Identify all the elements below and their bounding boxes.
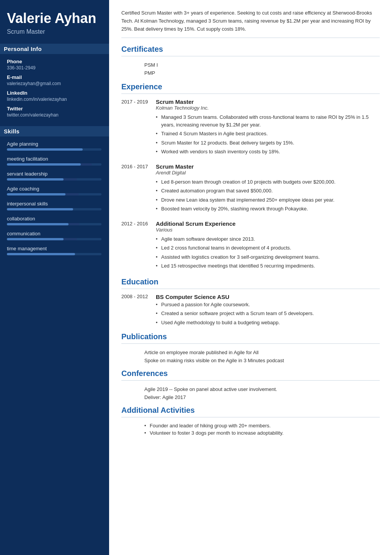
- edu-degree: BS Computer Science ASU: [156, 294, 314, 300]
- skill-item: interpersonal skills: [7, 201, 101, 210]
- skill-bar-fill: [7, 163, 81, 166]
- skills-list: Agile planning meeting facilitation serv…: [7, 141, 101, 255]
- skill-bar-fill: [7, 223, 69, 225]
- cert-list: PSM IPMP: [121, 61, 380, 77]
- conf-item: Deliver: Agile 2017: [144, 393, 380, 401]
- exp-bullets: Led 8-person team through creation of 10…: [156, 177, 380, 213]
- skill-bar-fill: [7, 178, 64, 181]
- skill-bar-bg: [7, 148, 101, 151]
- exp-bullet: Boosted team velocity by 20%, slashing r…: [156, 204, 380, 213]
- edu-entry: 2008 - 2012 BS Computer Science ASU Purs…: [121, 294, 380, 327]
- exp-bullet: Scrum Master for 12 products. Beat deliv…: [156, 138, 380, 148]
- skill-bar-bg: [7, 208, 101, 210]
- skill-bar-bg: [7, 238, 101, 240]
- conferences-divider: [121, 380, 380, 381]
- exp-bullet: Agile team software developer since 2013…: [156, 235, 380, 244]
- contact-list: Phone336-301-2949E-mailvaleriezayhan@gma…: [7, 59, 101, 118]
- contact-label: E-mail: [7, 74, 101, 80]
- exp-job-title: Additional Scrum Experience: [156, 220, 380, 227]
- contact-item: Phone336-301-2949: [7, 59, 101, 71]
- exp-date: 2016 - 2017: [121, 163, 149, 213]
- skill-item: communication: [7, 231, 101, 240]
- skill-bar-bg: [7, 223, 101, 225]
- exp-bullets: Managed 3 Scrum teams. Collaborated with…: [156, 113, 380, 156]
- skills-header: Skills: [0, 126, 109, 136]
- sidebar: Valerie Ayhan Scrum Master Personal Info…: [0, 0, 109, 555]
- exp-bullet: Led 8-person team through creation of 10…: [156, 177, 380, 187]
- conferences-title: Conferences: [121, 369, 380, 378]
- skill-bar-fill: [7, 148, 83, 151]
- candidate-name: Valerie Ayhan: [7, 11, 101, 26]
- skill-bar-bg: [7, 178, 101, 181]
- exp-company: Arendt Digital: [156, 170, 380, 176]
- contact-value: 336-301-2949: [7, 65, 101, 71]
- publications-list: Article on employee morale published in …: [121, 348, 380, 365]
- education-title: Education: [121, 278, 380, 286]
- edu-bullet: Pursued a passion for Agile coursework.: [156, 300, 314, 309]
- skill-label: servant leadership: [7, 171, 101, 177]
- skill-bar-fill: [7, 193, 65, 195]
- exp-entry: 2016 - 2017 Scrum Master Arendt Digital …: [121, 163, 380, 213]
- edu-date: 2008 - 2012: [121, 294, 149, 327]
- exp-bullet: Trained 4 Scrum Masters in Agile best pr…: [156, 129, 380, 138]
- skill-label: interpersonal skills: [7, 201, 101, 207]
- conferences-list: Agile 2019 -- Spoke on panel about activ…: [121, 385, 380, 401]
- exp-company: Various: [156, 227, 380, 233]
- exp-job-title: Scrum Master: [156, 99, 380, 105]
- skills-section: Skills Agile planning meeting facilitati…: [7, 126, 101, 255]
- edu-bullet: Used Agile methodology to build a budget…: [156, 318, 314, 327]
- experience-title: Experience: [121, 82, 380, 91]
- experience-divider: [121, 94, 380, 94]
- exp-date: 2017 - 2019: [121, 99, 149, 156]
- summary-text: Certified Scrum Master with 3+ years of …: [121, 9, 380, 38]
- edu-bullet: Created a senior software project with a…: [156, 309, 314, 318]
- exp-date: 2012 - 2016: [121, 220, 149, 271]
- skill-bar-dark: [64, 238, 77, 240]
- contact-value: valeriezayhan@gmail.com: [7, 81, 101, 86]
- exp-bullet: Created automation program that saved $5…: [156, 186, 380, 195]
- skill-label: meeting facilitation: [7, 156, 101, 162]
- contact-value: linkedin.com/in/valeriezayhan: [7, 97, 101, 102]
- exp-body: Scrum Master Kolman Technology Inc. Mana…: [156, 99, 380, 156]
- skill-label: Agile planning: [7, 141, 101, 147]
- cert-item: PSM I: [144, 61, 380, 69]
- skill-item: Agile coaching: [7, 186, 101, 195]
- skill-item: servant leadership: [7, 171, 101, 181]
- skill-bar-bg: [7, 253, 101, 255]
- cert-item: PMP: [144, 69, 380, 77]
- certificates-title: Certificates: [121, 45, 380, 54]
- skill-bar-bg: [7, 193, 101, 195]
- activities-title: Additional Activities: [121, 406, 380, 415]
- exp-bullet: Worked with vendors to slash inventory c…: [156, 147, 380, 156]
- skill-bar-dark: [81, 163, 92, 166]
- activities-list: Founder and leader of hiking group with …: [121, 422, 380, 437]
- exp-job-title: Scrum Master: [156, 163, 380, 170]
- skill-label: collaboration: [7, 216, 101, 222]
- publications-title: Publications: [121, 332, 380, 341]
- candidate-title: Scrum Master: [7, 28, 101, 35]
- activities-divider: [121, 417, 380, 417]
- pub-item: Spoke on making risks visible on the Agi…: [144, 356, 380, 365]
- exp-bullet: Assisted with logistics creation for 3 s…: [156, 253, 380, 262]
- contact-label: Phone: [7, 59, 101, 64]
- skill-bar-fill: [7, 238, 64, 240]
- education-divider: [121, 289, 380, 289]
- skill-item: collaboration: [7, 216, 101, 225]
- skill-item: time management: [7, 246, 101, 255]
- contact-label: Twitter: [7, 106, 101, 112]
- publications-divider: [121, 343, 380, 344]
- experience-list: 2017 - 2019 Scrum Master Kolman Technolo…: [121, 99, 380, 271]
- skill-label: Agile coaching: [7, 186, 101, 192]
- act-item: Founder and leader of hiking group with …: [144, 422, 380, 429]
- exp-body: Additional Scrum Experience Various Agil…: [156, 220, 380, 271]
- conf-item: Agile 2019 -- Spoke on panel about activ…: [144, 385, 380, 393]
- skill-bar-dark: [65, 193, 79, 195]
- skill-item: Agile planning: [7, 141, 101, 151]
- resume-wrapper: Valerie Ayhan Scrum Master Personal Info…: [0, 0, 392, 555]
- exp-body: Scrum Master Arendt Digital Led 8-person…: [156, 163, 380, 213]
- edu-body: BS Computer Science ASU Pursued a passio…: [156, 294, 314, 327]
- exp-bullet: Led 2 cross functional teams in developm…: [156, 243, 380, 253]
- skill-label: time management: [7, 246, 101, 251]
- exp-bullet: Led 15 retrospective meetings that ident…: [156, 261, 380, 271]
- contact-label: LinkedIn: [7, 90, 101, 96]
